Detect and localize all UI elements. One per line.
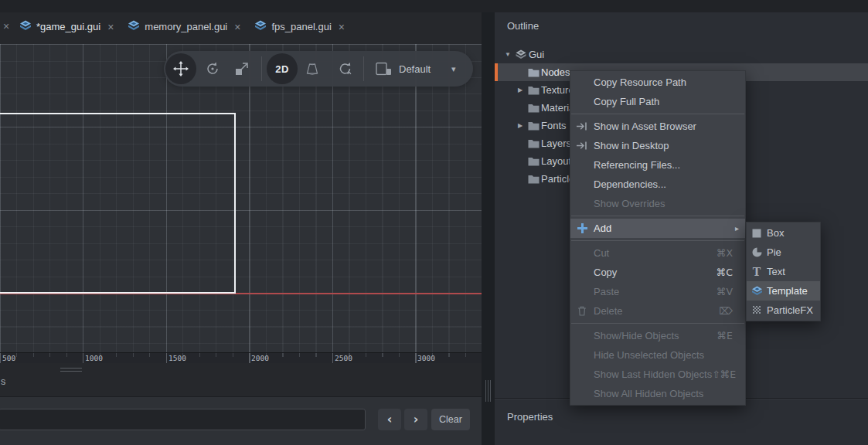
shortcut-label: ⌘X (717, 247, 733, 259)
shortcut-label: ⌘C (717, 267, 733, 278)
2d-mode-button[interactable]: 2D (267, 53, 298, 84)
perspective-camera-button[interactable] (304, 63, 321, 76)
pane-divider[interactable] (482, 12, 495, 445)
ruler-tick: 1500 (168, 354, 186, 362)
chevron-right-icon: › (414, 412, 419, 426)
tab-label: memory_panel.gui (145, 21, 227, 32)
properties-title: Properties (507, 411, 553, 423)
tree-row-label: Fonts (541, 120, 567, 131)
folder-icon (526, 139, 541, 148)
menu-item-show-in-desktop[interactable]: Show in Desktop (570, 136, 745, 155)
shortcut-label: ⌘E (717, 330, 733, 341)
close-icon[interactable]: × (339, 21, 345, 33)
toolbar-separator (261, 56, 262, 81)
menu-separator (571, 240, 744, 241)
reload-icon[interactable] (336, 62, 353, 76)
find-next-button[interactable]: › (404, 409, 427, 430)
menu-separator (571, 323, 744, 324)
scale-tool-button[interactable] (233, 61, 250, 76)
ruler-tick: 1000 (85, 354, 103, 362)
editor-tab-bar: × *game_gui.gui × memory_panel.gui × (0, 12, 482, 44)
tab-memory-panel[interactable]: memory_panel.gui × (121, 9, 247, 44)
tree-row-label: Layers (541, 138, 571, 149)
ruler-tick: 2500 (335, 354, 352, 362)
menu-item-paste: Paste ⌘V (570, 282, 745, 301)
tree-row-label: Gui (529, 49, 544, 60)
folder-icon (526, 121, 541, 131)
gui-scene-icon (19, 20, 32, 33)
gui-canvas-outline (0, 113, 236, 294)
clipped-label-fragment: s (1, 376, 5, 387)
menu-item-add[interactable]: Add ▸ (570, 219, 745, 238)
outline-title: Outline (507, 20, 539, 32)
submenu-item-particlefx[interactable]: ParticleFX (747, 301, 820, 320)
layout-profile-dropdown[interactable]: Default (399, 51, 431, 87)
2d-mode-label: 2D (275, 63, 289, 75)
add-submenu: Box Pie T Text Template ParticleFX (746, 222, 821, 321)
close-icon[interactable]: × (0, 8, 12, 44)
submenu-item-text[interactable]: T Text (747, 262, 820, 281)
shortcut-label: ⇧⌘E (712, 369, 736, 380)
tab-fps-panel[interactable]: fps_panel.gui × (247, 9, 352, 44)
editor-pane: × *game_gui.gui × memory_panel.gui × (0, 12, 482, 445)
submenu-arrow-icon: ▸ (735, 224, 739, 233)
submenu-item-box[interactable]: Box (747, 223, 820, 243)
plus-icon (570, 223, 594, 233)
menu-item-show-last-hidden-objects: Show Last Hidden Objects ⇧⌘E (570, 365, 745, 384)
scene-viewport[interactable]: 2D Default ▾ (0, 44, 482, 352)
menu-item-hide-unselected-objects: Hide Unselected Objects (570, 345, 745, 365)
tab-label: *game_gui.gui (36, 21, 100, 32)
folder-icon (526, 104, 541, 113)
close-icon[interactable]: × (234, 21, 240, 33)
toolbar-separator (363, 56, 364, 81)
submenu-item-pie[interactable]: Pie (747, 243, 820, 262)
chevron-down-icon[interactable]: ▼ (502, 51, 513, 58)
menu-item-delete: Delete ⌦ (570, 301, 745, 321)
menu-item-cut: Cut ⌘X (570, 243, 745, 263)
find-prev-button[interactable]: ‹ (378, 409, 401, 430)
shortcut-label: ⌘V (717, 286, 733, 297)
console-filter-input[interactable] (0, 409, 366, 430)
gui-scene-icon (254, 20, 267, 33)
menu-item-show-in-asset-browser[interactable]: Show in Asset Browser (570, 117, 745, 136)
chevron-right-icon[interactable]: ▶ (515, 87, 526, 93)
menu-item-dependencies[interactable]: Dependencies... (570, 175, 745, 194)
panel-resize-handle[interactable] (60, 368, 82, 372)
menu-item-copy-resource-path[interactable]: Copy Resource Path (570, 73, 745, 92)
folder-icon (526, 157, 541, 166)
jump-to-icon (570, 141, 594, 150)
chevron-right-icon[interactable]: ▶ (515, 122, 526, 129)
rotate-tool-button[interactable] (204, 61, 221, 76)
jump-to-icon (570, 122, 594, 131)
menu-item-copy[interactable]: Copy ⌘C (570, 263, 745, 282)
menu-item-copy-full-path[interactable]: Copy Full Path (570, 92, 745, 111)
console-toolbar: ‹ › Clear (0, 396, 482, 445)
clear-console-button[interactable]: Clear (431, 409, 470, 430)
move-tool-button[interactable] (165, 53, 196, 84)
ruler-tick: 2000 (251, 354, 269, 362)
chevron-down-icon[interactable]: ▾ (451, 51, 456, 87)
gui-scene-icon (513, 49, 529, 59)
tab-game-gui[interactable]: *game_gui.gui × (12, 9, 121, 44)
pie-node-icon (747, 247, 767, 257)
menu-item-show-hide-objects: Show/Hide Objects ⌘E (570, 326, 745, 345)
template-node-icon (747, 286, 767, 296)
menu-separator (571, 216, 744, 216)
chevron-left-icon: ‹ (387, 412, 393, 426)
close-icon[interactable]: × (107, 21, 114, 33)
tree-row-gui[interactable]: ▼ Gui (495, 46, 868, 63)
ruler-tick: 500 (2, 354, 15, 362)
folder-icon (526, 175, 541, 184)
menu-item-referencing-files[interactable]: Referencing Files... (570, 155, 745, 175)
tree-row-label: Nodes (541, 66, 570, 78)
submenu-item-template[interactable]: Template (747, 281, 820, 301)
tab-label: fps_panel.gui (271, 21, 331, 32)
divider-handle[interactable] (485, 380, 491, 402)
particlefx-node-icon (747, 305, 767, 315)
viewport-toolbar: 2D Default ▾ (164, 51, 473, 87)
horizontal-ruler: 500 1000 1500 2000 2500 3000 (0, 352, 482, 363)
menu-separator (571, 114, 744, 114)
menu-item-show-all-hidden-objects: Show All Hidden Objects (570, 384, 745, 403)
ruler-tick: 3000 (417, 354, 435, 362)
box-node-icon (747, 229, 767, 238)
